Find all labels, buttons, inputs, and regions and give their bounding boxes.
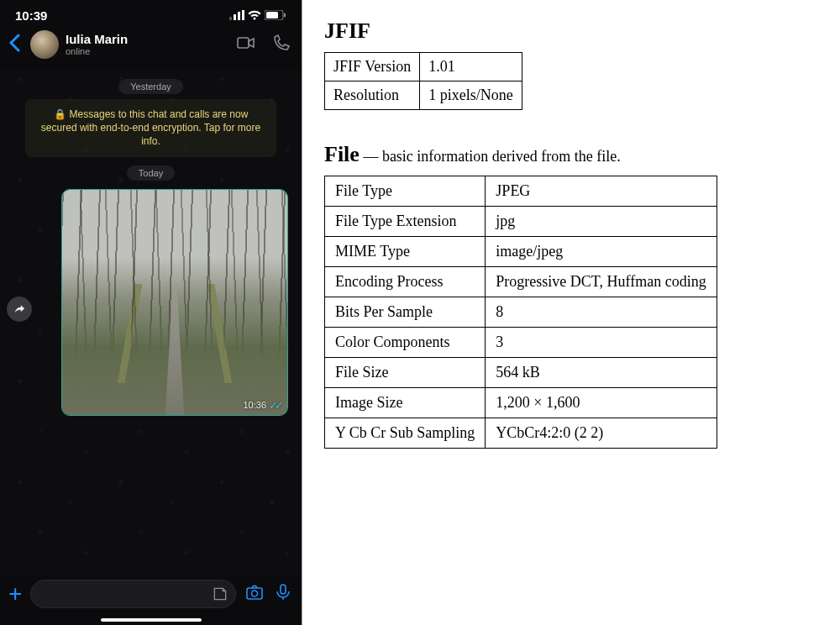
file-heading: File bbox=[324, 142, 360, 166]
contact-status: online bbox=[66, 46, 229, 56]
svg-rect-8 bbox=[247, 588, 262, 599]
table-row: Resolution1 pixels/None bbox=[325, 81, 522, 110]
meta-value: 1 pixels/None bbox=[420, 81, 522, 110]
meta-value: 1,200 × 1,600 bbox=[486, 388, 717, 418]
meta-key: File Type Extension bbox=[325, 207, 486, 237]
status-time: 10:39 bbox=[15, 8, 47, 23]
meta-key: MIME Type bbox=[325, 237, 486, 267]
meta-key: File Type bbox=[325, 176, 486, 207]
file-table: File TypeJPEGFile Type ExtensionjpgMIME … bbox=[324, 176, 717, 449]
message-timestamp: 10:36 ✓✓ bbox=[243, 399, 281, 412]
meta-key: Encoding Process bbox=[325, 267, 486, 297]
meta-value: Progressive DCT, Huffman coding bbox=[486, 267, 717, 297]
svg-rect-6 bbox=[284, 13, 286, 18]
table-row: Image Size1,200 × 1,600 bbox=[325, 388, 717, 418]
table-row: Bits Per Sample8 bbox=[325, 297, 717, 328]
back-button[interactable] bbox=[5, 32, 24, 58]
contact-name: Iulia Marin bbox=[66, 33, 229, 47]
meta-key: Image Size bbox=[325, 388, 486, 418]
meta-key: Resolution bbox=[325, 81, 420, 110]
message-input[interactable] bbox=[30, 580, 236, 608]
meta-value: 564 kB bbox=[486, 358, 717, 388]
contact-name-block[interactable]: Iulia Marin online bbox=[66, 33, 229, 57]
table-row: JFIF Version1.01 bbox=[325, 53, 522, 81]
meta-value: image/jpeg bbox=[486, 237, 717, 267]
cellular-icon bbox=[229, 10, 244, 20]
jfif-table: JFIF Version1.01Resolution1 pixels/None bbox=[324, 52, 522, 110]
image-message[interactable]: 10:36 ✓✓ bbox=[61, 189, 288, 416]
meta-value: 1.01 bbox=[420, 53, 522, 81]
meta-value: YCbCr4:2:0 (2 2) bbox=[486, 418, 717, 449]
svg-rect-0 bbox=[229, 17, 232, 20]
table-row: Color Components3 bbox=[325, 328, 717, 358]
svg-rect-10 bbox=[281, 585, 286, 594]
svg-rect-1 bbox=[234, 14, 236, 20]
meta-value: jpg bbox=[486, 207, 717, 237]
file-subtitle: — basic information derived from the fil… bbox=[360, 148, 621, 165]
meta-key: JFIF Version bbox=[325, 53, 420, 81]
table-row: File Size564 kB bbox=[325, 358, 717, 388]
read-ticks-icon: ✓✓ bbox=[269, 399, 281, 412]
status-bar: 10:39 bbox=[0, 0, 302, 25]
svg-rect-7 bbox=[238, 38, 249, 48]
metadata-panel: JFIF JFIF Version1.01Resolution1 pixels/… bbox=[302, 0, 840, 625]
meta-key: Y Cb Cr Sub Sampling bbox=[325, 418, 486, 449]
meta-value: 8 bbox=[486, 297, 717, 328]
voice-call-button[interactable] bbox=[271, 33, 291, 56]
meta-key: Color Components bbox=[325, 328, 486, 358]
svg-point-9 bbox=[252, 591, 258, 596]
encryption-banner[interactable]: 🔒Messages to this chat and calls are now… bbox=[25, 99, 276, 157]
svg-rect-2 bbox=[238, 12, 240, 20]
status-icons bbox=[229, 10, 286, 20]
home-indicator[interactable] bbox=[101, 618, 202, 622]
meta-value: JPEG bbox=[486, 176, 717, 207]
table-row: File TypeJPEG bbox=[325, 176, 717, 207]
battery-icon bbox=[265, 10, 286, 20]
jfif-heading: JFIF bbox=[324, 18, 818, 44]
forward-button[interactable] bbox=[7, 297, 32, 322]
chat-body[interactable]: Yesterday 🔒Messages to this chat and cal… bbox=[0, 69, 302, 576]
avatar[interactable] bbox=[30, 30, 59, 59]
lock-icon: 🔒 bbox=[54, 108, 66, 120]
wifi-icon bbox=[248, 10, 261, 20]
chat-header: Iulia Marin online bbox=[0, 25, 302, 67]
camera-button[interactable] bbox=[244, 582, 265, 606]
table-row: File Type Extensionjpg bbox=[325, 207, 717, 237]
table-row: Encoding ProcessProgressive DCT, Huffman… bbox=[325, 267, 717, 297]
meta-key: Bits Per Sample bbox=[325, 297, 486, 328]
day-separator-yesterday: Yesterday bbox=[118, 79, 183, 94]
video-call-button[interactable] bbox=[236, 33, 256, 56]
table-row: MIME Typeimage/jpeg bbox=[325, 237, 717, 267]
attach-button[interactable]: + bbox=[8, 580, 22, 607]
mic-button[interactable] bbox=[273, 582, 293, 606]
svg-rect-3 bbox=[242, 10, 244, 20]
sticker-icon[interactable] bbox=[212, 586, 228, 606]
day-separator-today: Today bbox=[127, 165, 175, 181]
svg-rect-5 bbox=[266, 12, 278, 18]
encryption-text: Messages to this chat and calls are now … bbox=[41, 108, 260, 147]
table-row: Y Cb Cr Sub SamplingYCbCr4:2:0 (2 2) bbox=[325, 418, 717, 449]
photo-overlay bbox=[62, 190, 287, 415]
phone-screenshot: 10:39 Iulia Marin online Yesterday 🔒Me bbox=[0, 0, 302, 625]
meta-key: File Size bbox=[325, 358, 486, 388]
meta-value: 3 bbox=[486, 328, 717, 358]
